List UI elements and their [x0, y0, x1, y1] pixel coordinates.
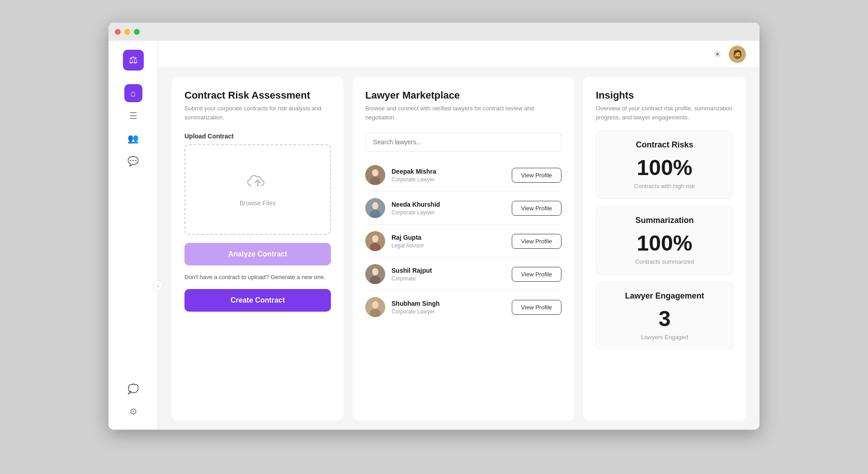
- insight-card-summarization: Summarization 100% Contracts summarized: [596, 206, 733, 275]
- sidebar-item-documents[interactable]: ☰: [124, 107, 142, 125]
- lawyer-role: Legal Advisor: [392, 242, 505, 249]
- dot-red[interactable]: [115, 29, 121, 35]
- lawyer-panel: Lawyer Marketplace Browse and connect wi…: [353, 77, 574, 421]
- sidebar-item-users[interactable]: 👥: [124, 129, 142, 147]
- lawyer-name: Shubham Singh: [392, 300, 505, 307]
- upload-zone[interactable]: Browse Files: [184, 144, 331, 235]
- create-contract-button[interactable]: Create Contract: [184, 289, 331, 312]
- sidebar-item-home[interactable]: ⌂: [124, 84, 142, 102]
- insights-title: Insights: [596, 90, 733, 101]
- list-item: Needa Khurshid Corporate Laywer View Pro…: [365, 192, 561, 225]
- sun-icon: ☀: [713, 49, 722, 59]
- lawyer-list: Deepak Mishra Corporate Lawyer View Prof…: [365, 159, 561, 323]
- upload-cloud-icon: [246, 173, 269, 195]
- topbar: ☀ 🧔: [158, 41, 760, 68]
- insight-card-desc: Contracts summarized: [607, 258, 722, 265]
- lawyer-name: Raj Gupta: [392, 234, 505, 241]
- avatar-icon: 🧔: [732, 49, 742, 59]
- insight-card-engagement: Lawyer Engagement 3 Lawyers Engaged: [596, 282, 733, 350]
- panels: Contract Risk Assessment Submit your cor…: [158, 68, 760, 430]
- dot-green[interactable]: [134, 29, 140, 35]
- svg-point-4: [372, 202, 378, 209]
- avatar[interactable]: 🧔: [729, 46, 746, 63]
- generate-text: Don't have a contract to upload? Generat…: [184, 273, 331, 282]
- titlebar: [108, 23, 760, 41]
- lawyer-info: Shubham Singh Corporate Lawyer: [392, 300, 505, 315]
- view-profile-button[interactable]: View Profile: [512, 168, 561, 183]
- avatar: [365, 198, 385, 218]
- insight-card-title: Summarization: [607, 216, 722, 225]
- analyze-contract-button[interactable]: Analyze Contract: [184, 243, 331, 265]
- chat-icon: 💬: [127, 156, 139, 166]
- lawyer-info: Needa Khurshid Corporate Laywer: [392, 201, 505, 216]
- avatar: [365, 264, 385, 284]
- insight-card-desc: Lawyers Engaged: [607, 334, 722, 341]
- dot-yellow[interactable]: [124, 29, 130, 35]
- view-profile-button[interactable]: View Profile: [512, 201, 561, 216]
- sidebar-collapse-button[interactable]: ›: [152, 280, 163, 291]
- svg-point-7: [372, 235, 378, 242]
- chevron-right-icon: ›: [157, 283, 159, 289]
- sidebar: ⚖ ⌂ ☰ 👥 💬 💭 ⚙: [108, 41, 158, 430]
- document-icon: ☰: [129, 110, 137, 121]
- view-profile-button[interactable]: View Profile: [512, 300, 561, 315]
- feedback-icon: 💭: [127, 384, 139, 394]
- insight-card-value: 3: [607, 306, 722, 331]
- svg-point-13: [372, 301, 378, 308]
- insight-card-value: 100%: [607, 155, 722, 180]
- users-icon: 👥: [127, 133, 139, 144]
- lawyer-panel-title: Lawyer Marketplace: [365, 90, 561, 101]
- avatar: [365, 297, 385, 317]
- contract-panel: Contract Risk Assessment Submit your cor…: [172, 77, 344, 421]
- contract-panel-subtitle: Submit your corporate contracts for risk…: [184, 104, 331, 122]
- contract-panel-title: Contract Risk Assessment: [184, 90, 331, 101]
- list-item: Shubham Singh Corporate Lawyer View Prof…: [365, 291, 561, 323]
- lawyer-info: Sushil Rajput Corporate: [392, 267, 505, 282]
- insight-card-risks: Contract Risks 100% Contracts with high …: [596, 131, 733, 199]
- lawyer-role: Corporate: [392, 275, 505, 282]
- avatar: [365, 165, 385, 185]
- lawyer-role: Corporate Laywer: [392, 209, 505, 216]
- app-logo: ⚖: [123, 50, 144, 71]
- lawyer-name: Needa Khurshid: [392, 201, 505, 208]
- sidebar-item-feedback[interactable]: 💭: [124, 380, 142, 398]
- theme-toggle-button[interactable]: ☀: [713, 49, 722, 60]
- lawyer-role: Corporate Lawyer: [392, 176, 505, 183]
- insight-card-title: Contract Risks: [607, 140, 722, 150]
- insights-subtitle: Overview of your contract risk profile, …: [596, 104, 733, 122]
- lawyer-name: Sushil Rajput: [392, 267, 505, 274]
- view-profile-button[interactable]: View Profile: [512, 234, 561, 249]
- settings-icon: ⚙: [129, 406, 137, 417]
- insight-card-value: 100%: [607, 231, 722, 256]
- list-item: Sushil Rajput Corporate View Profile: [365, 258, 561, 291]
- sidebar-item-chat[interactable]: 💬: [124, 152, 142, 170]
- sidebar-item-settings[interactable]: ⚙: [124, 403, 142, 421]
- logo-icon: ⚖: [129, 54, 138, 66]
- home-icon: ⌂: [130, 88, 136, 99]
- lawyer-name: Deepak Mishra: [392, 168, 505, 175]
- avatar: [365, 231, 385, 251]
- upload-label: Upload Contract: [184, 133, 331, 140]
- insight-card-desc: Contracts with high risk: [607, 183, 722, 190]
- svg-point-10: [372, 268, 378, 275]
- lawyer-info: Deepak Mishra Corporate Lawyer: [392, 168, 505, 183]
- lawyer-info: Raj Gupta Legal Advisor: [392, 234, 505, 249]
- list-item: Deepak Mishra Corporate Lawyer View Prof…: [365, 159, 561, 192]
- main-content: ☀ 🧔 Contract Risk Assessment Submit your…: [158, 41, 760, 430]
- svg-point-1: [372, 169, 378, 176]
- insight-card-title: Lawyer Engagement: [607, 291, 722, 301]
- insights-panel: Insights Overview of your contract risk …: [583, 77, 746, 421]
- lawyer-role: Corporate Lawyer: [392, 308, 505, 315]
- insights-cards: Contract Risks 100% Contracts with high …: [596, 131, 733, 350]
- lawyer-search-input[interactable]: [365, 133, 561, 152]
- list-item: Raj Gupta Legal Advisor View Profile: [365, 225, 561, 258]
- upload-browse-text: Browse Files: [240, 199, 276, 207]
- view-profile-button[interactable]: View Profile: [512, 267, 561, 282]
- lawyer-panel-subtitle: Browse and connect with verified lawyers…: [365, 104, 561, 122]
